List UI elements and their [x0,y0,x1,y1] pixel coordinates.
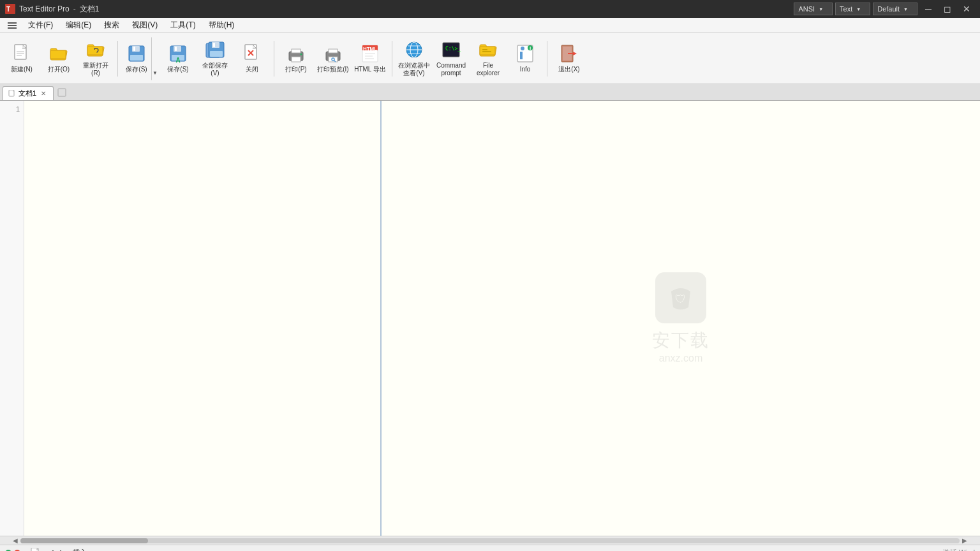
toolbar-saveas-button[interactable]: A 保存(S) [160,37,196,80]
toolbar-sep-2 [274,41,274,77]
hscroll-track[interactable] [20,538,960,543]
toolbar-save-button[interactable]: 保存(S) [122,37,151,80]
svg-rect-50 [482,51,491,52]
svg-rect-15 [175,47,177,51]
toolbar-close-button[interactable]: 关闭 [234,37,270,80]
left-pane: 1 [0,101,382,536]
app-icon: T [5,4,15,14]
status-mode: 插入 [73,548,87,551]
menu-search[interactable]: 搜索 [98,18,126,33]
print-preview-icon [323,43,343,64]
toolbar-new-button[interactable]: 新建(N) [4,37,40,80]
svg-rect-27 [292,49,301,53]
svg-rect-12 [130,55,143,61]
toolbar-browser-label: 在浏览器中查看(V) [398,62,430,77]
scroll-right-arrow[interactable]: ▶ [960,537,970,544]
svg-rect-22 [210,51,223,57]
toolbar-sep-3 [392,41,392,77]
tab-close-button[interactable]: ✕ [39,89,48,98]
print-icon [286,43,306,64]
watermark-icon: 🛡 [655,272,706,323]
svg-rect-53 [520,52,523,59]
toolbar-info-button[interactable]: i Info [507,37,543,80]
toolbar: 新建(N) 打开(O) 重新打开(R) [0,33,980,84]
svg-text:A: A [175,57,180,64]
toolbar-print-button[interactable]: 打印(P) [278,37,314,80]
toolbar-reopen-label: 重新打开(R) [80,62,112,77]
title-bar-title: Text Editor Pro [19,4,70,13]
toolbar-sep-4 [547,41,547,77]
hamburger-menu[interactable] [3,20,22,31]
svg-text:🛡: 🛡 [675,293,687,305]
svg-rect-28 [292,57,301,62]
toolbar-html-export-button[interactable]: HTML HTML 导出 [352,37,388,80]
svg-rect-21 [213,43,215,47]
svg-rect-20 [212,42,219,48]
toolbar-group-misc: 在浏览器中查看(V) C:\>_ Command prompt [396,37,543,80]
toolbar-open-button[interactable]: 打开(O) [41,37,77,80]
close-doc-icon [242,43,262,64]
menu-file[interactable]: 文件(F) [22,18,59,33]
watermark: 🛡 安下载 anxz.com [652,272,709,364]
menu-help[interactable]: 帮助(H) [202,18,241,33]
toolbar-cmd-button[interactable]: C:\>_ Command prompt [433,37,469,80]
svg-rect-10 [132,46,140,52]
toolbar-group-save: 保存(S) ▼ A 保存(S) [122,37,270,80]
toolbar-save-arrow[interactable]: ▼ [151,37,159,80]
text-dropdown[interactable]: Text [835,3,870,15]
toolbar-file-explorer-button[interactable]: File explorer [470,37,506,80]
toolbar-group-file: 新建(N) 打开(O) 重新打开(R) [4,37,114,80]
toolbar-reopen-button[interactable]: 重新打开(R) [78,37,114,80]
ansi-dropdown[interactable]: ANSI [794,3,833,15]
default-dropdown[interactable]: Default [873,3,917,15]
close-button[interactable]: ✕ [958,3,975,15]
svg-text:i: i [530,45,531,51]
svg-text:HTML: HTML [363,46,377,52]
toolbar-save-split[interactable]: 保存(S) ▼ [122,37,159,80]
toolbar-saveall-button[interactable]: 全部保存(V) [197,37,233,80]
toolbar-info-label: Info [520,66,531,73]
tab-new-button[interactable] [54,86,70,100]
watermark-text: 安下载 [652,328,709,353]
menu-edit[interactable]: 编辑(E) [59,18,98,33]
watermark-url: anxz.com [659,353,702,364]
status-bar: 1: 1 插入 激活 Wind [0,545,980,551]
exit-icon [559,43,579,64]
svg-rect-49 [482,49,487,50]
file-explorer-icon [478,40,498,60]
editor-content[interactable] [24,101,380,536]
tab-doc1[interactable]: 文档1 ✕ [3,86,54,100]
toolbar-open-label: 打开(O) [48,66,70,73]
toolbar-sep-1 [117,41,118,77]
svg-rect-32 [329,57,338,62]
minimize-button[interactable]: ─ [920,3,937,15]
menu-view[interactable]: 视图(V) [126,18,164,33]
svg-point-52 [521,47,524,50]
save-as-icon: A [168,43,188,64]
new-file-icon [11,43,32,64]
toolbar-file-explorer-label: File explorer [472,62,504,77]
editor-area: 1 🛡 安下载 anxz.com [0,101,980,536]
toolbar-new-label: 新建(N) [11,66,33,73]
toolbar-print-preview-button[interactable]: 打印预览(I) [315,37,351,80]
toolbar-html-export-label: HTML 导出 [354,66,386,73]
scroll-left-arrow[interactable]: ◀ [10,537,20,544]
svg-text:T: T [6,6,10,13]
menu-tools[interactable]: 工具(T) [164,18,202,33]
save-all-icon [205,40,225,60]
horizontal-scrollbar: ◀ ▶ [0,536,980,545]
toolbar-saveas-label: 保存(S) [167,66,188,73]
toolbar-saveall-label: 全部保存(V) [199,62,231,77]
status-position: 1: 1 [51,549,63,552]
html-export-icon: HTML [360,43,380,64]
restore-button[interactable]: ◻ [939,3,956,15]
browser-icon [404,40,424,60]
toolbar-print-preview-label: 打印预览(I) [317,66,348,73]
title-doc-name: 文档1 [80,4,100,15]
line-numbers: 1 [0,101,24,536]
toolbar-cmd-label: Command prompt [435,62,467,77]
toolbar-exit-button[interactable]: 退出(X) [551,37,587,80]
hscroll-thumb[interactable] [20,538,148,543]
title-bar-right: ANSI Text Default ─ ◻ ✕ [794,3,975,15]
toolbar-browser-button[interactable]: 在浏览器中查看(V) [396,37,432,80]
